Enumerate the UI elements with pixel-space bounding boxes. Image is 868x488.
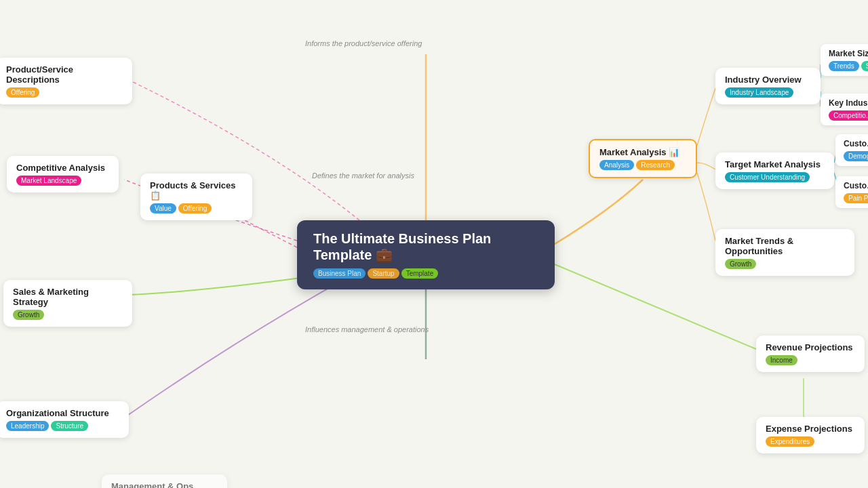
org-title: Organizational Structure <box>6 408 119 418</box>
product-desc-node[interactable]: Product/Service Descriptions Offering <box>0 58 132 104</box>
bottom-node[interactable]: Management & Ops <box>102 474 227 488</box>
target-market-title: Target Market Analysis <box>725 159 825 169</box>
tag-leadership[interactable]: Leadership <box>6 421 49 431</box>
tag-analysis[interactable]: Analysis <box>599 160 634 170</box>
tag-research[interactable]: Research <box>636 160 675 170</box>
org-structure-node[interactable]: Organizational Structure Leadership Stru… <box>0 401 129 438</box>
connector-label-1: Informs the product/service offering <box>305 39 422 47</box>
revenue-title: Revenue Projections <box>766 342 855 352</box>
tag-stats[interactable]: Stat… <box>861 61 868 71</box>
tag-trends[interactable]: Trends <box>829 61 859 71</box>
tag-growth-sales[interactable]: Growth <box>13 310 44 320</box>
market-size-title: Market Size <box>829 49 868 58</box>
tag-market-landscape[interactable]: Market Landscape <box>16 176 81 186</box>
target-market-node[interactable]: Target Market Analysis Customer Understa… <box>715 152 834 189</box>
tag-income[interactable]: Income <box>766 355 797 365</box>
tag-business-plan[interactable]: Business Plan <box>313 268 366 279</box>
tag-structure[interactable]: Structure <box>51 421 88 431</box>
market-size-node[interactable]: Market Size Trends Stat… <box>821 44 868 76</box>
market-analysis-node[interactable]: Market Analysis 📊 Analysis Research <box>589 139 697 178</box>
tag-offering[interactable]: Offering <box>178 203 212 214</box>
tag-competition[interactable]: Competitio… <box>829 110 868 121</box>
market-trends-title: Market Trends & Opportunities <box>725 236 845 256</box>
market-trends-node[interactable]: Market Trends & Opportunities Growth <box>715 229 854 276</box>
sales-title: Sales & Marketing Strategy <box>13 287 123 307</box>
industry-overview-node[interactable]: Industry Overview Industry Landscape <box>715 68 821 104</box>
tag-growth-trends[interactable]: Growth <box>725 259 756 269</box>
central-node-title: The Ultimate Business Plan Template 💼 <box>313 231 538 263</box>
expense-projections-node[interactable]: Expense Projections Expenditures <box>756 417 865 453</box>
tag-template[interactable]: Template <box>401 268 439 279</box>
products-title: Products & Services 📋 <box>150 180 243 201</box>
key-industry-node[interactable]: Key Indus… Competitio… <box>821 94 868 125</box>
tag-offering-desc[interactable]: Offering <box>6 87 39 98</box>
key-industry-title: Key Indus… <box>829 98 868 108</box>
competitive-analysis-node[interactable]: Competitive Analysis Market Landscape <box>7 156 119 192</box>
connector-label-3: Influences management & operations <box>305 325 429 333</box>
expense-title: Expense Projections <box>766 424 855 434</box>
sales-marketing-node[interactable]: Sales & Marketing Strategy Growth <box>3 280 132 327</box>
customer-pain-node[interactable]: Custo… Pain Po… <box>835 176 868 208</box>
tag-demo[interactable]: Demogr… <box>844 151 868 161</box>
tag-expenditures[interactable]: Expenditures <box>766 436 814 447</box>
customer-demo-title: Custo… <box>844 139 868 148</box>
tag-startup[interactable]: Startup <box>368 268 399 279</box>
connector-label-2: Defines the market for analysis <box>312 171 414 180</box>
customer-demo-node[interactable]: Custo… Demogr… <box>835 134 868 166</box>
mind-map-canvas: Informs the product/service offering Def… <box>0 0 868 488</box>
industry-overview-title: Industry Overview <box>725 75 811 85</box>
tag-customer-understanding[interactable]: Customer Understanding <box>725 172 810 182</box>
customer-pain-title: Custo… <box>844 181 868 190</box>
tag-value[interactable]: Value <box>150 203 176 214</box>
central-node-tags: Business Plan Startup Template <box>313 268 538 279</box>
bottom-title: Management & Ops <box>111 481 218 488</box>
market-analysis-title: Market Analysis 📊 <box>599 147 686 157</box>
tag-industry-landscape[interactable]: Industry Landscape <box>725 87 793 98</box>
products-services-node[interactable]: Products & Services 📋 Value Offering <box>140 174 252 220</box>
product-desc-title: Product/Service Descriptions <box>6 64 123 85</box>
competitive-title: Competitive Analysis <box>16 163 109 173</box>
central-node[interactable]: The Ultimate Business Plan Template 💼 Bu… <box>297 220 555 289</box>
tag-pain[interactable]: Pain Po… <box>844 193 868 203</box>
revenue-projections-node[interactable]: Revenue Projections Income <box>756 336 865 372</box>
